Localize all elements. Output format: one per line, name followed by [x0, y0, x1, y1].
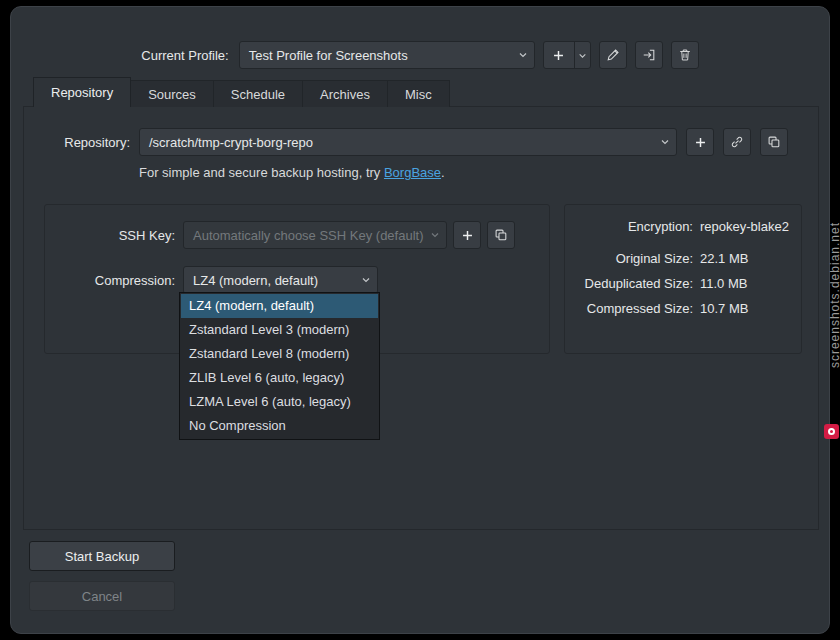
- unlink-repository-button[interactable]: [723, 128, 751, 156]
- repository-label: Repository:: [42, 135, 130, 150]
- hint-text: .: [441, 165, 445, 180]
- stat-label: Original Size:: [565, 250, 693, 268]
- stat-label: Encryption:: [565, 218, 693, 236]
- dropdown-option[interactable]: LZMA Level 6 (auto, legacy): [181, 390, 378, 414]
- stat-value: 22.1 MB: [700, 250, 748, 268]
- export-profile-button[interactable]: [635, 41, 663, 69]
- repository-select-value: /scratch/tmp-crypt-borg-repo: [140, 135, 654, 150]
- repository-row: Repository: /scratch/tmp-crypt-borg-repo: [24, 128, 818, 156]
- screenshots-debian-badge-icon: [824, 424, 839, 439]
- dropdown-option[interactable]: Zstandard Level 8 (modern): [181, 342, 378, 366]
- profile-select-value: Test Profile for Screenshots: [240, 48, 512, 63]
- tab-archives[interactable]: Archives: [303, 80, 388, 107]
- dropdown-option[interactable]: LZ4 (modern, default): [181, 294, 378, 318]
- profile-select[interactable]: Test Profile for Screenshots: [239, 41, 535, 69]
- copy-icon: [494, 228, 508, 242]
- copy-ssh-key-button[interactable]: [487, 221, 515, 249]
- delete-profile-button[interactable]: [671, 41, 699, 69]
- repository-select[interactable]: /scratch/tmp-crypt-borg-repo: [139, 128, 677, 156]
- chevron-down-icon: [512, 49, 534, 61]
- edit-pencil-icon: [606, 48, 620, 62]
- borgbase-link[interactable]: BorgBase: [384, 165, 441, 180]
- compression-label: Compression:: [45, 273, 175, 288]
- tab-misc[interactable]: Misc: [388, 80, 450, 107]
- compression-select[interactable]: LZ4 (modern, default): [183, 266, 378, 294]
- stat-row-deduplicated-size: Deduplicated Size: 11.0 MB: [565, 275, 795, 293]
- stat-label: Deduplicated Size:: [565, 275, 693, 293]
- tab-bar: Repository Sources Schedule Archives Mis…: [33, 77, 450, 107]
- tab-label: Misc: [405, 87, 432, 102]
- plus-icon: [461, 229, 474, 242]
- borgbase-hint: For simple and secure backup hosting, tr…: [139, 165, 445, 180]
- stat-value: 10.7 MB: [700, 300, 748, 318]
- tab-sources[interactable]: Sources: [131, 80, 214, 107]
- hint-text: For simple and secure backup hosting, tr…: [139, 165, 384, 180]
- copy-icon: [767, 135, 781, 149]
- chevron-down-icon: [355, 274, 377, 286]
- tab-repository[interactable]: Repository: [33, 77, 131, 107]
- dropdown-option[interactable]: No Compression: [181, 414, 378, 438]
- tab-label: Schedule: [231, 87, 285, 102]
- dropdown-option[interactable]: Zstandard Level 3 (modern): [181, 318, 378, 342]
- stats-list: Encryption: repokey-blake2 Original Size…: [565, 205, 801, 318]
- start-backup-button[interactable]: Start Backup: [29, 541, 175, 571]
- cancel-button: Cancel: [29, 581, 175, 611]
- compression-select-value: LZ4 (modern, default): [184, 273, 355, 288]
- stat-row-encryption: Encryption: repokey-blake2: [565, 218, 795, 236]
- tab-label: Repository: [51, 85, 113, 100]
- add-ssh-key-button[interactable]: [453, 221, 481, 249]
- stat-value: 11.0 MB: [700, 275, 747, 293]
- unlink-icon: [730, 135, 744, 149]
- chevron-down-icon: [424, 229, 446, 241]
- stat-label: Compressed Size:: [565, 300, 693, 318]
- rename-profile-button[interactable]: [599, 41, 627, 69]
- watermark-text: screenshots.debian.net: [828, 222, 840, 368]
- chevron-down-icon: [654, 136, 676, 148]
- dropdown-option[interactable]: ZLIB Level 6 (auto, legacy): [181, 366, 378, 390]
- repository-tab-panel: Repository: /scratch/tmp-crypt-borg-repo: [23, 106, 819, 530]
- chevron-down-icon[interactable]: [574, 42, 590, 68]
- current-profile-label: Current Profile:: [141, 48, 228, 63]
- tab-label: Sources: [148, 87, 196, 102]
- plus-icon: [544, 42, 574, 68]
- copy-repository-button[interactable]: [760, 128, 788, 156]
- export-arrow-icon: [642, 48, 656, 62]
- compression-dropdown-list: LZ4 (modern, default) Zstandard Level 3 …: [179, 292, 380, 440]
- cancel-label: Cancel: [82, 589, 122, 604]
- tab-schedule[interactable]: Schedule: [214, 80, 303, 107]
- ssh-key-select: Automatically choose SSH Key (default): [183, 221, 447, 249]
- trash-icon: [678, 48, 692, 62]
- add-repository-button[interactable]: [686, 128, 714, 156]
- ssh-key-row: SSH Key: Automatically choose SSH Key (d…: [45, 221, 515, 249]
- ssh-key-select-value: Automatically choose SSH Key (default): [184, 228, 424, 243]
- plus-icon: [694, 136, 707, 149]
- profile-row: Current Profile: Test Profile for Screen…: [11, 41, 829, 69]
- ssh-key-label: SSH Key:: [45, 228, 175, 243]
- add-profile-split-button[interactable]: [543, 41, 591, 69]
- app-window: Current Profile: Test Profile for Screen…: [10, 6, 830, 634]
- start-backup-label: Start Backup: [65, 549, 139, 564]
- stat-row-original-size: Original Size: 22.1 MB: [565, 250, 795, 268]
- badge-ring: [828, 428, 835, 435]
- stat-row-compressed-size: Compressed Size: 10.7 MB: [565, 300, 795, 318]
- repo-stats-groupbox: Encryption: repokey-blake2 Original Size…: [564, 204, 802, 354]
- tab-label: Archives: [320, 87, 370, 102]
- stat-value: repokey-blake2: [700, 218, 789, 236]
- compression-row: Compression: LZ4 (modern, default): [45, 266, 378, 294]
